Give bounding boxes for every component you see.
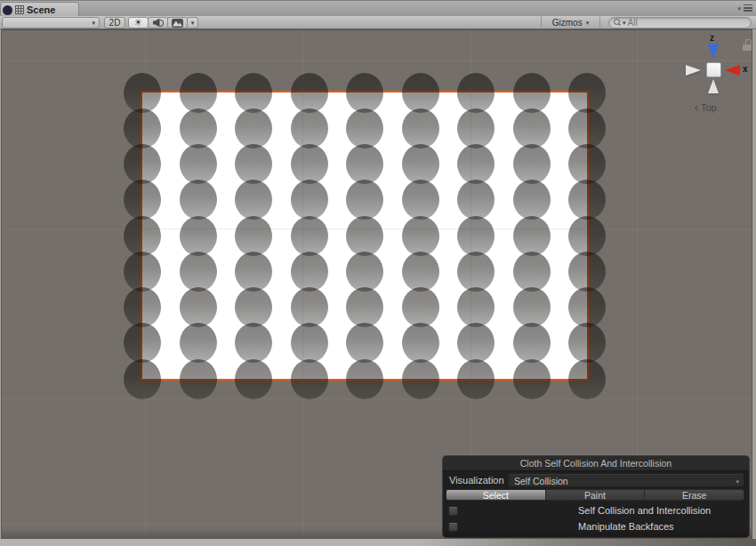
cloth-vertex[interactable] [235,359,272,399]
z-axis-cone-icon[interactable] [708,44,719,59]
cloth-vertex[interactable] [291,252,328,292]
audio-toggle-button[interactable] [148,17,168,28]
cloth-vertex[interactable] [124,216,161,256]
cloth-vertex[interactable] [124,108,161,149]
cloth-vertex[interactable] [124,144,161,184]
tab-scene[interactable]: Scene [0,2,79,17]
cloth-vertex[interactable] [291,359,328,399]
cloth-vertex[interactable] [180,287,217,327]
cloth-vertex[interactable] [513,252,551,292]
cloth-vertex[interactable] [180,252,217,292]
cloth-vertex[interactable] [513,73,551,113]
cloth-vertex[interactable] [235,144,272,184]
cloth-vertex[interactable] [124,252,161,292]
cloth-vertex[interactable] [568,216,606,256]
cloth-vertex[interactable] [346,73,383,113]
cloth-vertex[interactable] [513,180,551,220]
self-collision-checkbox[interactable] [448,506,458,516]
cloth-vertex[interactable] [291,287,328,327]
cloth-vertex[interactable] [180,359,217,399]
cloth-vertex[interactable] [402,144,439,184]
cloth-vertex[interactable] [513,108,551,149]
west-axis-cone-icon[interactable] [686,65,701,76]
cloth-vertex[interactable] [235,73,272,113]
cloth-vertex[interactable] [235,287,272,327]
cloth-vertex[interactable] [402,73,439,113]
cloth-vertex[interactable] [180,216,217,256]
cloth-vertex[interactable] [124,323,161,363]
cloth-vertex[interactable] [457,108,495,149]
cloth-vertex[interactable] [291,323,328,363]
cloth-vertex[interactable] [124,73,161,113]
cloth-vertex[interactable] [513,359,551,399]
cloth-vertex[interactable] [568,359,606,399]
cloth-vertex[interactable] [402,216,439,256]
search-input[interactable]: ▾ All [608,17,752,28]
cloth-vertex[interactable] [457,180,495,220]
lighting-toggle-button[interactable]: ☀ [128,17,149,28]
view-angle-label[interactable]: ‹ Top [695,102,717,113]
cloth-vertex[interactable] [291,144,328,184]
cloth-vertex[interactable] [235,180,272,220]
tab-select[interactable]: Select [446,490,546,500]
cloth-vertex[interactable] [124,287,161,327]
cloth-vertex[interactable] [513,144,551,184]
cloth-vertex[interactable] [402,359,439,399]
cloth-vertex[interactable] [568,108,606,149]
cloth-vertex[interactable] [235,252,272,292]
cloth-vertex[interactable] [457,73,495,113]
cloth-vertex[interactable] [568,180,606,220]
cloth-vertex[interactable] [402,180,439,220]
cloth-vertex[interactable] [513,287,551,327]
cloth-vertex[interactable] [568,73,606,113]
cloth-vertex[interactable] [235,323,272,363]
effects-toggle-button[interactable] [167,17,188,28]
cloth-vertex[interactable] [180,73,217,113]
cloth-vertex[interactable] [346,180,383,220]
cloth-vertex[interactable] [402,108,439,149]
cloth-vertex[interactable] [568,287,606,327]
cloth-vertex[interactable] [291,73,328,113]
cloth-vertex[interactable] [402,287,439,327]
cloth-vertex[interactable] [235,108,272,149]
cloth-vertex[interactable] [402,323,439,363]
tab-paint[interactable]: Paint [546,490,646,500]
cloth-vertex[interactable] [291,180,328,220]
cloth-vertex[interactable] [346,144,383,184]
cloth-vertex[interactable] [346,216,383,256]
tab-erase[interactable]: Erase [645,490,744,500]
manipulate-backfaces-checkbox[interactable] [448,522,458,532]
gizmos-dropdown[interactable]: Gizmos ▾ [541,16,600,29]
effects-dropdown-button[interactable]: ▾ [187,17,198,28]
cloth-vertex[interactable] [568,144,606,184]
cloth-vertex[interactable] [346,108,383,149]
cloth-vertex[interactable] [457,287,495,327]
south-axis-cone-icon[interactable] [708,79,719,93]
cloth-vertex[interactable] [457,359,495,399]
cloth-vertex[interactable] [124,359,161,399]
visualization-dropdown[interactable]: Self Collision ▾ [509,474,744,486]
cloth-vertex[interactable] [291,108,328,149]
cloth-vertex[interactable] [180,108,217,149]
cloth-vertex[interactable] [346,323,383,363]
gizmo-cube[interactable] [706,62,721,77]
cloth-vertex[interactable] [457,323,495,363]
x-axis-cone-icon[interactable] [725,65,740,76]
cloth-vertex[interactable] [457,144,495,184]
cloth-vertex[interactable] [291,216,328,256]
cloth-vertex[interactable] [457,252,495,292]
cloth-vertex[interactable] [346,252,383,292]
2d-toggle-button[interactable]: 2D [104,17,125,28]
window-menu[interactable]: ▾ [737,4,752,12]
cloth-vertex[interactable] [513,323,551,363]
cloth-vertex[interactable] [568,323,606,363]
cloth-vertex[interactable] [402,252,439,292]
cloth-vertex[interactable] [180,144,217,184]
cloth-vertex[interactable] [513,216,551,256]
cloth-vertex[interactable] [568,252,606,292]
cloth-vertex[interactable] [180,323,217,363]
cloth-vertex[interactable] [346,287,383,327]
cloth-vertex[interactable] [457,216,495,256]
draw-mode-dropdown[interactable]: ▾ [2,17,100,28]
cloth-vertex[interactable] [235,216,272,256]
